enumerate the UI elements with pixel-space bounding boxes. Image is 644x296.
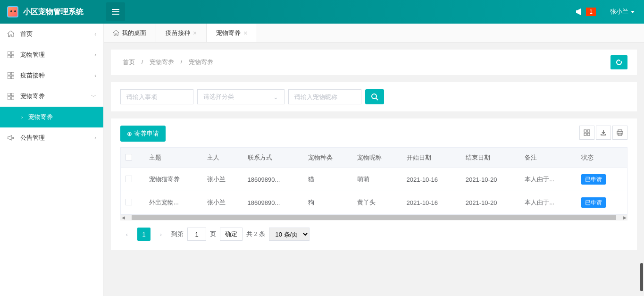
vertical-scrollbar[interactable] xyxy=(640,263,643,291)
cell-added: 2021- xyxy=(626,168,627,191)
table-row: 外出宠物... 张小兰 18609890... 狗 黄丫头 2021-10-16… xyxy=(121,191,627,214)
prev-page-button[interactable]: ‹ xyxy=(120,228,134,241)
svg-rect-16 xyxy=(587,133,590,135)
row-checkbox[interactable] xyxy=(125,199,132,205)
col-phone: 联系方式 xyxy=(243,148,303,168)
sidebar-sub-label: 宠物寄养 xyxy=(28,113,53,120)
cell-added: 2021- xyxy=(626,191,627,214)
svg-rect-15 xyxy=(584,133,586,135)
svg-rect-0 xyxy=(8,51,10,54)
sidebar-item-home[interactable]: 首页 ‹ xyxy=(0,24,103,44)
search-icon xyxy=(371,93,378,101)
matter-input[interactable] xyxy=(120,89,193,104)
tab-desktop[interactable]: 我的桌面 xyxy=(104,24,156,42)
sidebar-item-label: 宠物管理 xyxy=(20,51,45,59)
app-header: 小区宠物管理系统 1 张小兰 xyxy=(0,0,644,24)
search-button[interactable] xyxy=(365,89,384,104)
chevron-left-icon: ‹ xyxy=(94,73,96,78)
logo: 小区宠物管理系统 xyxy=(0,6,104,17)
sidebar-item-label: 疫苗接种 xyxy=(20,71,45,80)
col-species: 宠物种类 xyxy=(303,148,352,168)
menu-toggle-button[interactable] xyxy=(106,2,125,21)
sidebar-item-vaccine[interactable]: 疫苗接种 ‹ xyxy=(0,65,103,86)
scroll-left-icon[interactable]: ◀ xyxy=(120,215,126,220)
user-menu[interactable]: 张小兰 xyxy=(610,8,635,16)
cell-start: 2021-10-16 xyxy=(402,168,461,191)
cell-owner: 张小兰 xyxy=(202,168,243,191)
cell-topic: 外出宠物... xyxy=(144,191,202,214)
broadcast-icon xyxy=(576,8,584,16)
col-start: 开始日期 xyxy=(402,148,461,168)
refresh-icon xyxy=(615,59,623,66)
cell-end: 2021-10-20 xyxy=(461,191,520,214)
svg-rect-13 xyxy=(584,130,586,132)
print-button[interactable] xyxy=(612,126,627,140)
cell-topic: 宠物猫寄养 xyxy=(144,168,202,191)
table-header-row: 主题 主人 联系方式 宠物种类 宠物昵称 开始日期 结束日期 备注 状态 添加时 xyxy=(121,148,627,168)
tab-vaccine[interactable]: 疫苗接种 × xyxy=(156,24,207,42)
close-icon[interactable]: × xyxy=(193,29,197,37)
page-number[interactable]: 1 xyxy=(137,228,151,241)
horizontal-scrollbar[interactable]: ◀ ▶ xyxy=(120,215,627,220)
grid-icon xyxy=(7,72,15,79)
tab-label: 我的桌面 xyxy=(122,29,146,37)
cell-species: 狗 xyxy=(303,191,352,214)
next-page-button[interactable]: › xyxy=(154,228,167,241)
sidebar-sub-foster[interactable]: › 宠物寄养 xyxy=(0,107,103,127)
sidebar-item-label: 首页 xyxy=(20,30,33,38)
cell-remark: 本人由于... xyxy=(520,191,577,214)
sidebar-item-foster[interactable]: 宠物寄养 ﹀ xyxy=(0,86,103,107)
filter-bar: 请选择分类 ⌄ xyxy=(111,82,637,111)
tab-foster[interactable]: 宠物寄养 × xyxy=(207,24,257,42)
chevron-down-icon: ⌄ xyxy=(273,93,278,101)
chevron-down-icon: ﹀ xyxy=(91,93,96,100)
svg-rect-4 xyxy=(8,72,10,75)
grid-icon xyxy=(7,51,15,59)
total-count: 共 2 条 xyxy=(246,230,265,238)
cell-owner: 张小兰 xyxy=(202,191,243,214)
status-badge: 已申请 xyxy=(581,197,606,208)
col-nickname: 宠物昵称 xyxy=(352,148,401,168)
breadcrumb-item[interactable]: 首页 xyxy=(123,59,135,66)
scroll-right-icon[interactable]: ▶ xyxy=(622,215,627,220)
tab-bar: 我的桌面 疫苗接种 × 宠物寄养 × xyxy=(104,24,644,42)
cell-phone: 18609890... xyxy=(243,168,303,191)
col-status: 状态 xyxy=(577,148,626,168)
sidebar-item-announce[interactable]: 公告管理 ‹ xyxy=(0,127,103,148)
chevron-right-icon: › xyxy=(21,115,23,120)
svg-rect-10 xyxy=(8,97,10,100)
columns-button[interactable] xyxy=(579,126,594,140)
sidebar-item-label: 公告管理 xyxy=(20,134,45,142)
close-icon[interactable]: × xyxy=(243,29,247,37)
notification-button[interactable]: 1 xyxy=(576,8,596,16)
category-select[interactable]: 请选择分类 ⌄ xyxy=(197,89,284,104)
tab-label: 宠物寄养 xyxy=(216,29,241,37)
sidebar: 首页 ‹ 宠物管理 ‹ 疫苗接种 ‹ 宠物寄养 ﹀ › 宠物寄养 公告管理 ‹ xyxy=(0,24,104,296)
sidebar-item-pet-manage[interactable]: 宠物管理 ‹ xyxy=(0,44,103,65)
add-foster-button[interactable]: ⊕ 寄养申请 xyxy=(120,126,166,142)
select-all-checkbox[interactable] xyxy=(125,154,132,161)
svg-rect-2 xyxy=(8,55,10,58)
print-icon xyxy=(617,129,623,136)
svg-rect-9 xyxy=(11,93,14,96)
user-name: 张小兰 xyxy=(610,8,628,16)
row-checkbox[interactable] xyxy=(125,176,132,182)
scroll-thumb[interactable] xyxy=(132,215,616,220)
select-placeholder: 请选择分类 xyxy=(203,93,234,101)
nickname-input[interactable] xyxy=(288,89,361,104)
goto-confirm-button[interactable]: 确定 xyxy=(220,228,243,241)
cell-nickname: 黄丫头 xyxy=(352,191,401,214)
page-input[interactable] xyxy=(187,228,206,241)
breadcrumb: 首页 / 宠物寄养 / 宠物寄养 xyxy=(120,58,216,67)
breadcrumb-item[interactable]: 宠物寄养 xyxy=(150,59,174,66)
home-icon xyxy=(7,30,15,38)
col-topic: 主题 xyxy=(144,148,202,168)
page-size-select[interactable]: 10 条/页 xyxy=(269,228,309,241)
chevron-left-icon: ‹ xyxy=(94,31,96,37)
refresh-button[interactable] xyxy=(611,55,627,69)
cell-start: 2021-10-16 xyxy=(402,191,461,214)
svg-rect-6 xyxy=(8,76,10,79)
export-button[interactable] xyxy=(596,126,611,140)
chevron-down-icon xyxy=(631,11,635,13)
plus-icon: ⊕ xyxy=(127,130,132,137)
